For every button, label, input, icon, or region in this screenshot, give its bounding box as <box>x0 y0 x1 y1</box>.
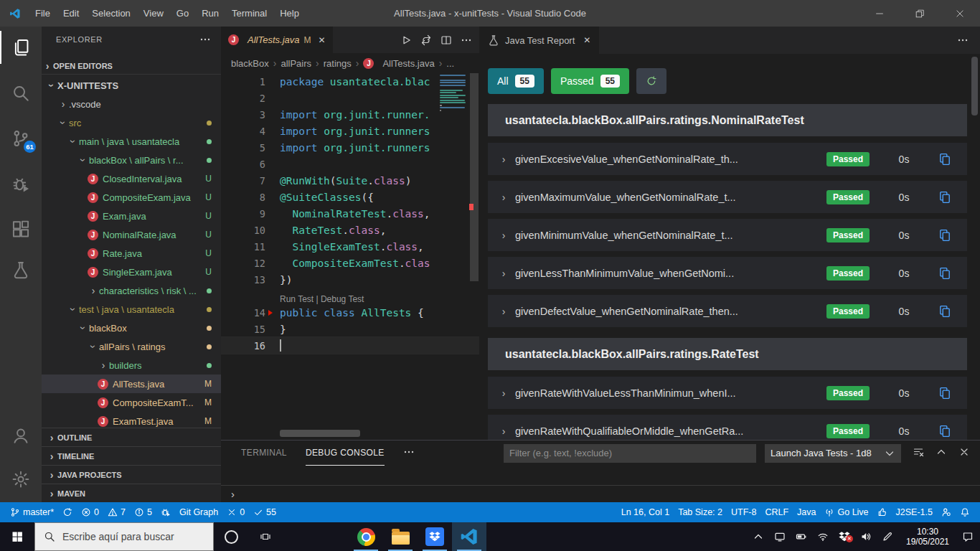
code-line[interactable]: 13}) <box>221 271 479 288</box>
tree-item[interactable]: ›characteristics \ risk \ ... <box>42 281 221 300</box>
tree-item[interactable]: JRate.javaU <box>42 244 221 263</box>
extensions-icon[interactable] <box>0 213 42 246</box>
tree-item[interactable]: JClosedInterval.javaU <box>42 169 221 188</box>
pen-icon[interactable] <box>878 531 897 542</box>
open-editors-section[interactable]: › OPEN EDITORS <box>42 57 221 75</box>
test-report-scrollbar[interactable] <box>971 57 978 116</box>
rerun-tests-button[interactable] <box>636 68 666 94</box>
settings-gear-icon[interactable] <box>0 463 42 496</box>
code-line[interactable]: 12 CompositeExamTest.clas <box>221 255 479 271</box>
battery-icon[interactable] <box>792 531 811 542</box>
start-button[interactable] <box>0 522 34 551</box>
test-report-close-icon[interactable]: ✕ <box>583 35 590 45</box>
section-timeline[interactable]: ›TIMELINE <box>42 446 221 465</box>
statusbar-item-go-live[interactable]: Go Live <box>820 502 872 522</box>
statusbar-item-bell[interactable] <box>956 502 974 522</box>
statusbar-item-crlf[interactable]: CRLF <box>760 502 793 522</box>
code-line[interactable]: 10 RateTest.class, <box>221 222 479 238</box>
statusbar-item-debug[interactable] <box>156 502 175 522</box>
action-center-icon[interactable] <box>958 531 977 542</box>
tree-item[interactable]: JCompositeExam.javaU <box>42 188 221 207</box>
tree-item[interactable]: ›main \ java \ usantatecla <box>42 132 221 151</box>
display-icon[interactable] <box>771 531 789 542</box>
statusbar-item-tab-size-2[interactable]: Tab Size: 2 <box>674 502 727 522</box>
tree-item[interactable]: ›allPairs \ ratings <box>42 337 221 356</box>
code-line[interactable]: 16 <box>221 337 479 354</box>
tree-item[interactable]: ›blackBox <box>42 319 221 337</box>
tab-close-icon[interactable]: ✕ <box>319 35 326 45</box>
panel-tab-terminal[interactable]: TERMINAL <box>241 441 287 466</box>
panel-more-actions-icon[interactable] <box>403 446 415 458</box>
tree-item[interactable]: JSingleExam.javaU <box>42 263 221 281</box>
filter-all-button[interactable]: All 55 <box>488 68 544 94</box>
tree-item[interactable]: JExamTest.javaM <box>42 412 221 428</box>
menu-edit[interactable]: Edit <box>57 0 85 27</box>
menu-run[interactable]: Run <box>195 0 225 27</box>
statusbar-item-master-[interactable]: master* <box>6 502 58 522</box>
test-row[interactable]: ›givenLessThanMinimumValue_whenGetNomi..… <box>488 257 967 289</box>
tree-item[interactable]: ›test \ java \ usantatecla <box>42 300 221 319</box>
statusbar-item-git-graph[interactable]: Git Graph <box>175 502 222 522</box>
breadcrumb-item[interactable]: blackBox <box>231 58 269 69</box>
navigate-to-source-icon[interactable] <box>938 425 951 438</box>
code-line[interactable]: 6 <box>221 156 479 172</box>
code-line[interactable]: 7@RunWith(Suite.class) <box>221 172 479 189</box>
tree-item[interactable]: JCompositeExamT...M <box>42 393 221 412</box>
source-control-icon[interactable]: 61 <box>0 122 42 155</box>
menu-file[interactable]: File <box>29 0 57 27</box>
panel-tab-debug-console[interactable]: DEBUG CONSOLE <box>306 441 385 466</box>
breadcrumb-item[interactable]: AllTests.java <box>382 58 434 69</box>
file-explorer-taskbar-icon[interactable] <box>383 522 418 551</box>
statusbar-item-55[interactable]: 55 <box>249 502 281 522</box>
wifi-icon[interactable] <box>814 531 832 542</box>
test-row[interactable]: ›givenMaximumValue_whenGetNominalRate_t.… <box>488 181 967 213</box>
editor-more-actions-icon[interactable] <box>461 34 472 46</box>
test-row[interactable]: ›givenDefectValue_whenGetNominalRate_the… <box>488 295 967 327</box>
navigate-to-source-icon[interactable] <box>938 267 951 280</box>
tab-java-test-report[interactable]: Java Test Report ✕ <box>479 27 599 54</box>
clear-console-icon[interactable] <box>913 446 924 458</box>
volume-icon[interactable] <box>857 531 875 542</box>
explorer-icon[interactable] <box>0 31 42 64</box>
maximize-panel-icon[interactable] <box>936 446 947 458</box>
statusbar-item-thumbsup[interactable] <box>873 502 892 522</box>
code-line[interactable]: 8@SuiteClasses({ <box>221 189 479 205</box>
open-changes-icon[interactable] <box>420 34 432 46</box>
menu-help[interactable]: Help <box>273 0 306 27</box>
statusbar-item-utf-8[interactable]: UTF-8 <box>727 502 760 522</box>
filter-passed-button[interactable]: Passed 55 <box>551 68 629 94</box>
minimap[interactable] <box>440 73 468 115</box>
tab-alltests-java[interactable]: J AllTests.java M ✕ <box>221 27 333 53</box>
tree-item[interactable]: JAllTests.javaM <box>42 375 221 393</box>
section-java-projects[interactable]: ›JAVA PROJECTS <box>42 465 221 484</box>
menu-go[interactable]: Go <box>170 0 195 27</box>
menu-view[interactable]: View <box>137 0 170 27</box>
statusbar-item-0[interactable]: 0 <box>222 502 249 522</box>
scrollbar-thumb[interactable] <box>470 73 479 281</box>
account-icon[interactable] <box>0 419 42 452</box>
restore-button[interactable] <box>900 0 940 27</box>
test-row[interactable]: ›givenRateWithValueLessThanMinimun_whenI… <box>488 377 967 409</box>
debug-console-input[interactable]: › <box>221 485 980 502</box>
statusbar-item-5[interactable]: 5 <box>130 502 156 522</box>
breadcrumb-item[interactable]: ratings <box>324 58 352 69</box>
breadcrumb[interactable]: blackBox›allPairs›ratings›JAllTests.java… <box>221 53 479 73</box>
test-row[interactable]: ›givenRateWithQualifiableOrMiddle_whenGe… <box>488 415 967 440</box>
menu-selection[interactable]: Selection <box>85 0 136 27</box>
section-maven[interactable]: ›MAVEN <box>42 484 221 502</box>
search-icon[interactable] <box>0 77 42 110</box>
code-line[interactable]: 5import org.junit.runners <box>221 139 479 156</box>
test-row[interactable]: ›givenMinimumValue_whenGetNominalRate_t.… <box>488 219 967 251</box>
launch-config-dropdown[interactable]: Launch Java Tests - 1d8 <box>765 444 901 463</box>
sidebar-more-actions-icon[interactable] <box>199 34 211 45</box>
dropbox-taskbar-icon[interactable] <box>418 522 452 551</box>
navigate-to-source-icon[interactable] <box>938 305 951 318</box>
close-window-button[interactable] <box>940 0 980 27</box>
statusbar-item-liveshare[interactable] <box>937 502 956 522</box>
task-view-button[interactable] <box>248 522 283 551</box>
section-outline[interactable]: ›OUTLINE <box>42 428 221 446</box>
statusbar-item-0[interactable]: 0 <box>77 502 103 522</box>
minimize-button[interactable] <box>859 0 900 27</box>
code-line[interactable]: 9 NominalRateTest.class, <box>221 205 479 222</box>
navigate-to-source-icon[interactable] <box>938 387 951 400</box>
